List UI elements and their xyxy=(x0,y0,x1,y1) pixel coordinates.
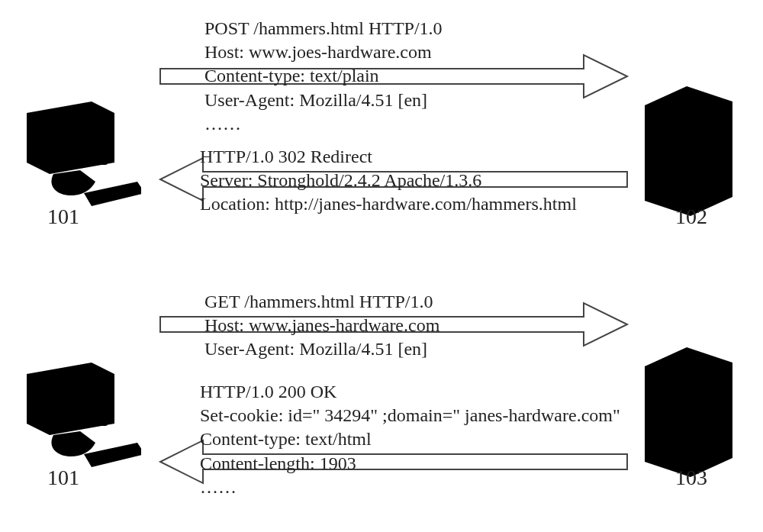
response-line: …… xyxy=(200,476,620,499)
request-line: Host: www.janes-hardware.com xyxy=(204,314,439,337)
response-line: Content-length: 1903 xyxy=(200,452,620,476)
request-line: User-Agent: Mozilla/4.51 [en] xyxy=(204,337,439,361)
server-label: 103 xyxy=(675,466,707,490)
response-line: Server: Stronghold/2.4.2 Apache/1.3.6 xyxy=(200,169,577,192)
request-line: User-Agent: Mozilla/4.51 [en] xyxy=(204,89,443,112)
response-line: Location: http://janes-hardware.com/hamm… xyxy=(200,192,577,216)
request-text: GET /hammers.html HTTP/1.0 Host: www.jan… xyxy=(204,290,439,362)
server-tower-icon xyxy=(641,336,748,481)
response-line: HTTP/1.0 200 OK xyxy=(200,380,620,404)
client-label: 101 xyxy=(47,205,79,229)
client-label: 101 xyxy=(47,466,79,490)
scene-1: 101 102 POST /hammers.html HTTP/1.0 Host… xyxy=(0,0,763,267)
response-text: HTTP/1.0 200 OK Set-cookie: id=" 34294" … xyxy=(200,380,620,499)
server-label: 102 xyxy=(675,205,707,229)
request-line: …… xyxy=(204,112,443,136)
request-line: Content-type: text/plain xyxy=(204,64,443,88)
server-tower-icon xyxy=(641,75,748,220)
request-text: POST /hammers.html HTTP/1.0 Host: www.jo… xyxy=(204,17,443,136)
response-line: Set-cookie: id=" 34294" ;domain=" janes-… xyxy=(200,404,620,427)
svg-point-3 xyxy=(708,424,714,434)
request-line: POST /hammers.html HTTP/1.0 xyxy=(204,17,443,40)
svg-rect-2 xyxy=(56,388,108,426)
svg-rect-0 xyxy=(56,127,108,165)
client-computer-icon xyxy=(11,90,141,212)
request-line: Host: www.joes-hardware.com xyxy=(204,40,443,64)
client-computer-icon xyxy=(11,351,141,473)
response-text: HTTP/1.0 302 Redirect Server: Stronghold… xyxy=(200,145,577,217)
request-line: GET /hammers.html HTTP/1.0 xyxy=(204,290,439,314)
svg-point-1 xyxy=(708,163,714,172)
response-line: HTTP/1.0 302 Redirect xyxy=(200,145,577,169)
scene-2: 101 103 GET /hammers.html HTTP/1.0 Host:… xyxy=(0,267,763,532)
response-line: Content-type: text/html xyxy=(200,427,620,451)
